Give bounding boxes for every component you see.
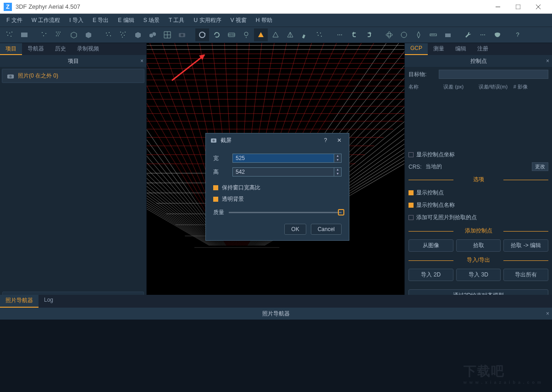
photos-row[interactable]: 照片(0 在之外 0) bbox=[2, 69, 144, 83]
tab-record[interactable]: 录制视频 bbox=[72, 43, 105, 55]
menu-file[interactable]: F 文件 bbox=[3, 15, 26, 26]
checkbox-show-cp[interactable] bbox=[408, 190, 414, 195]
svg-point-32 bbox=[199, 32, 205, 38]
scatter1-icon[interactable] bbox=[102, 28, 116, 41]
surface-icon[interactable] bbox=[17, 28, 31, 41]
app-logo: Z bbox=[4, 3, 12, 11]
transparent-checkbox[interactable] bbox=[213, 197, 218, 202]
points-icon[interactable] bbox=[3, 28, 17, 41]
brush-icon[interactable] bbox=[298, 28, 312, 41]
panel-close-icon[interactable]: × bbox=[140, 58, 144, 64]
dots2-icon[interactable] bbox=[476, 28, 490, 41]
menu-help[interactable]: H 帮助 bbox=[252, 15, 276, 26]
svg-point-10 bbox=[42, 32, 43, 33]
rotate-icon[interactable] bbox=[210, 28, 224, 41]
undo-icon[interactable] bbox=[348, 28, 361, 41]
svg-point-53 bbox=[480, 34, 481, 35]
svg-point-23 bbox=[110, 35, 111, 36]
ok-button[interactable]: OK bbox=[284, 224, 306, 235]
dialog-close-button[interactable]: ✕ bbox=[334, 137, 344, 144]
cubes-icon[interactable] bbox=[146, 28, 160, 41]
atom-icon[interactable] bbox=[382, 28, 396, 41]
mask-icon[interactable] bbox=[491, 28, 504, 41]
target-input[interactable] bbox=[439, 70, 548, 79]
wrench-icon[interactable] bbox=[461, 28, 475, 41]
ruler-icon[interactable] bbox=[426, 28, 440, 41]
from-image-button[interactable]: 从图像 bbox=[408, 239, 453, 252]
checkbox-show-coords[interactable] bbox=[408, 152, 414, 157]
cube2-icon[interactable] bbox=[131, 28, 145, 41]
options-title: 选项 bbox=[408, 176, 548, 183]
keep-ratio-checkbox[interactable] bbox=[213, 185, 218, 190]
quality-slider[interactable] bbox=[229, 212, 342, 213]
cube-solid-icon[interactable] bbox=[82, 28, 95, 41]
bottom-panel-title: 照片导航器 × bbox=[0, 308, 552, 320]
height-spinner[interactable]: ▲▼ bbox=[334, 167, 342, 177]
svg-point-43 bbox=[339, 34, 340, 35]
tab-photo-nav[interactable]: 照片导航器 bbox=[0, 295, 39, 308]
redo-icon[interactable] bbox=[362, 28, 376, 41]
width-spinner[interactable]: ▲▼ bbox=[334, 154, 342, 163]
menu-scene[interactable]: S 场景 bbox=[140, 15, 163, 26]
circle-icon[interactable] bbox=[397, 28, 411, 41]
menu-edit[interactable]: E 编辑 bbox=[114, 15, 138, 26]
cube-wire-icon[interactable] bbox=[67, 28, 81, 41]
menu-utilities[interactable]: U 实用程序 bbox=[190, 15, 225, 26]
tab-edit[interactable]: 编辑 bbox=[450, 43, 472, 55]
maximize-button[interactable] bbox=[508, 0, 528, 13]
svg-point-8 bbox=[11, 36, 11, 37]
dense-points-icon[interactable] bbox=[52, 28, 66, 41]
help-icon[interactable]: ? bbox=[511, 28, 524, 41]
width-input[interactable] bbox=[232, 154, 334, 163]
pick-edit-button[interactable]: 拾取 -> 编辑 bbox=[503, 239, 548, 252]
menu-tools[interactable]: T 工具 bbox=[165, 15, 188, 26]
scatter2-icon[interactable] bbox=[116, 28, 130, 41]
tab-project[interactable]: 项目 bbox=[0, 43, 22, 55]
tab-register[interactable]: 注册 bbox=[472, 43, 494, 55]
tab-history[interactable]: 历史 bbox=[50, 43, 72, 55]
menu-import[interactable]: I 导入 bbox=[66, 15, 87, 26]
dialog-help-button[interactable]: ? bbox=[320, 137, 331, 144]
tab-navigator[interactable]: 导航器 bbox=[22, 43, 50, 55]
svg-point-22 bbox=[107, 35, 108, 36]
close-button[interactable] bbox=[528, 0, 548, 13]
export-all-button[interactable]: 导出所有 bbox=[503, 269, 548, 281]
svg-point-15 bbox=[60, 32, 61, 33]
cancel-button[interactable]: Cancel bbox=[311, 224, 342, 235]
svg-point-35 bbox=[244, 32, 248, 36]
triangle-axis-icon[interactable] bbox=[283, 28, 297, 41]
menu-view[interactable]: V 视窗 bbox=[227, 15, 250, 26]
mesh-icon[interactable] bbox=[160, 28, 174, 41]
sparse-points-icon[interactable] bbox=[38, 28, 51, 41]
dots-icon[interactable] bbox=[333, 28, 347, 41]
tab-log[interactable]: Log bbox=[39, 295, 59, 308]
menu-workflow[interactable]: W 工作流程 bbox=[28, 15, 64, 26]
panel-close-icon[interactable]: × bbox=[546, 310, 549, 317]
change-crs-button[interactable]: 更改 bbox=[532, 162, 548, 171]
checkbox-show-cp-name[interactable] bbox=[408, 203, 414, 208]
checkbox-add-visible[interactable] bbox=[408, 215, 414, 220]
menu-export[interactable]: E 导出 bbox=[89, 15, 112, 26]
import-2d-button[interactable]: 导入 2D bbox=[408, 269, 453, 281]
left-panel-title-text: 项目 bbox=[68, 57, 79, 65]
chunk-icon[interactable] bbox=[441, 28, 455, 41]
pick-button[interactable]: 拾取 bbox=[456, 239, 501, 252]
minimize-button[interactable] bbox=[488, 0, 508, 13]
tab-gcp[interactable]: GCP bbox=[405, 43, 428, 55]
orbit-icon[interactable] bbox=[195, 28, 209, 41]
compass-icon[interactable] bbox=[412, 28, 425, 41]
wasd-icon[interactable]: WASD bbox=[225, 28, 238, 41]
triangle-solid-icon[interactable] bbox=[254, 28, 268, 41]
tab-measure[interactable]: 测量 bbox=[428, 43, 450, 55]
svg-point-54 bbox=[482, 34, 483, 35]
camera-icon[interactable] bbox=[175, 28, 189, 41]
height-input[interactable] bbox=[232, 167, 334, 177]
scatter3-icon[interactable] bbox=[313, 28, 326, 41]
panel-close-icon[interactable]: × bbox=[546, 58, 549, 64]
import-3d-button[interactable]: 导入 3D bbox=[456, 269, 501, 281]
light-icon[interactable] bbox=[239, 28, 253, 41]
right-tabs: GCP 测量 编辑 注册 bbox=[405, 43, 552, 55]
svg-point-14 bbox=[58, 32, 59, 33]
triangle-outline-icon[interactable] bbox=[269, 28, 282, 41]
svg-point-16 bbox=[57, 33, 58, 34]
